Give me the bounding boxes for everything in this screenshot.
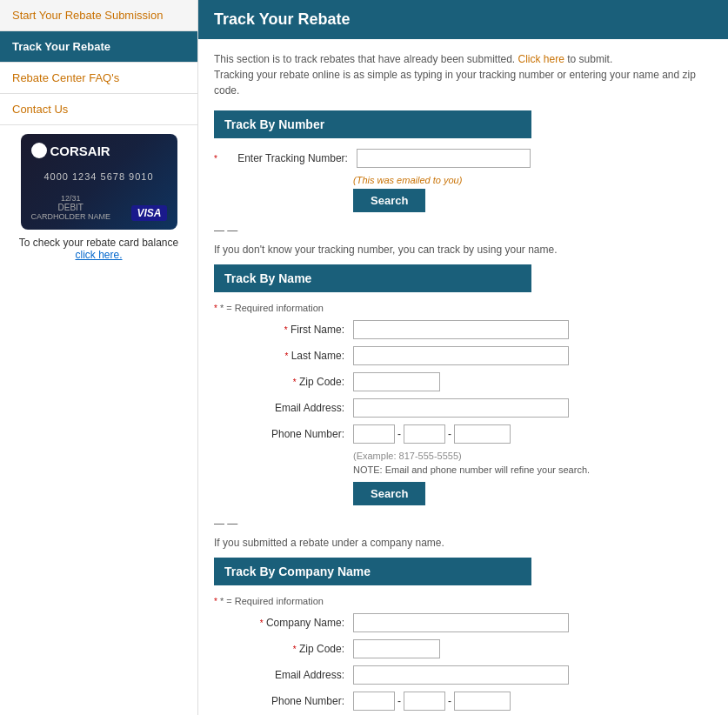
track-by-number-header: Track By Number — [214, 110, 531, 138]
sidebar-item-start[interactable]: Start Your Rebate Submission — [0, 0, 197, 31]
email-input-company[interactable] — [353, 665, 569, 685]
lastname-input[interactable] — [353, 346, 569, 365]
no-tracking-text: If you don't know your tracking number, … — [214, 244, 712, 256]
sidebar-item-contact[interactable]: Contact Us — [0, 94, 197, 125]
email-group-name: Email Address: — [214, 398, 712, 418]
tracking-number-input[interactable] — [357, 149, 531, 168]
email-label-name: Email Address: — [214, 402, 353, 414]
sidebar-item-track[interactable]: Track Your Rebate — [0, 31, 197, 63]
rebate-card: CORSAIR 4000 1234 5678 9010 12/31 DEBIT … — [21, 134, 177, 230]
phone-label-name: Phone Number: — [214, 428, 353, 440]
card-expiry: 12/31 — [31, 194, 111, 203]
phone-input1-company[interactable] — [353, 692, 395, 711]
card-type: DEBIT — [31, 203, 111, 212]
or-divider-2 — [214, 518, 712, 530]
card-logo: CORSAIR — [31, 143, 167, 158]
phone-sep1-company: - — [397, 695, 401, 707]
sidebar: Start Your Rebate Submission Track Your … — [0, 0, 198, 715]
zip-group-name: * Zip Code: — [214, 372, 712, 391]
email-input-name[interactable] — [353, 398, 569, 418]
phone-input1-name[interactable] — [353, 424, 395, 444]
company-text: If you submitted a rebate under a compan… — [214, 537, 712, 549]
firstname-input[interactable] — [353, 320, 569, 339]
card-balance-text: To check your rebate card balance click … — [12, 237, 185, 261]
tracking-label: Enter Tracking Number: — [217, 152, 357, 164]
firstname-label: * First Name: — [214, 324, 353, 336]
phone-input2-name[interactable] — [404, 424, 445, 444]
company-name-label: * Company Name: — [214, 617, 353, 629]
lastname-group: * Last Name: — [214, 346, 712, 365]
main-content: Track Your Rebate This section is to tra… — [198, 0, 728, 715]
search-button-name[interactable]: Search — [353, 482, 425, 505]
email-label-company: Email Address: — [214, 669, 353, 681]
tracking-number-group: * Enter Tracking Number: — [214, 149, 712, 168]
zip-label-company: * Zip Code: — [214, 643, 353, 655]
zip-input-company[interactable] — [353, 639, 440, 658]
zip-input-name[interactable] — [353, 372, 440, 391]
phone-sep2-company: - — [448, 695, 451, 707]
card-bottom: 12/31 DEBIT CARDHOLDER NAME VISA — [31, 194, 167, 221]
phone-input3-company[interactable] — [454, 692, 511, 711]
phone-input2-company[interactable] — [404, 692, 445, 711]
company-required-note: * * = Required information — [214, 596, 712, 606]
phone-label-company: Phone Number: — [214, 695, 353, 707]
track-by-name-header: Track By Name — [214, 264, 531, 292]
phone-example-name: (Example: 817-555-5555) — [353, 451, 712, 461]
name-required-note: * * = Required information — [214, 303, 712, 313]
page-header: Track Your Rebate — [198, 0, 728, 39]
email-group-company: Email Address: — [214, 665, 712, 685]
zip-group-company: * Zip Code: — [214, 639, 712, 658]
content-area: This section is to track rebates that ha… — [198, 39, 728, 715]
phone-input3-name[interactable] — [454, 424, 511, 444]
corsair-icon — [31, 143, 47, 158]
card-balance-link[interactable]: click here. — [75, 249, 122, 261]
lastname-label: * Last Name: — [214, 350, 353, 362]
card-holder: CARDHOLDER NAME — [31, 212, 111, 221]
visa-badge: VISA — [131, 205, 166, 221]
phone-group-company: Phone Number: - - — [214, 692, 712, 711]
or-divider-1 — [214, 224, 712, 237]
firstname-group: * First Name: — [214, 320, 712, 339]
card-number: 4000 1234 5678 9010 — [31, 171, 167, 182]
phone-group-name: Phone Number: - - — [214, 424, 712, 444]
tracking-hint: (This was emailed to you) — [353, 175, 712, 185]
phone-sep2-name: - — [448, 428, 451, 440]
submit-link[interactable]: Click here — [518, 53, 568, 65]
phone-sep1-name: - — [397, 428, 401, 440]
sidebar-item-faq[interactable]: Rebate Center FAQ's — [0, 63, 197, 94]
track-by-company-header: Track By Company Name — [214, 558, 531, 585]
phone-note-name: NOTE: Email and phone number will refine… — [353, 464, 712, 475]
zip-label-name: * Zip Code: — [214, 376, 353, 388]
company-name-group: * Company Name: — [214, 613, 712, 632]
page-title: Track Your Rebate — [214, 10, 350, 28]
card-area: CORSAIR 4000 1234 5678 9010 12/31 DEBIT … — [0, 125, 197, 270]
search-button-number[interactable]: Search — [353, 189, 425, 212]
intro-text: This section is to track rebates that ha… — [214, 51, 712, 98]
company-name-input[interactable] — [353, 613, 569, 632]
